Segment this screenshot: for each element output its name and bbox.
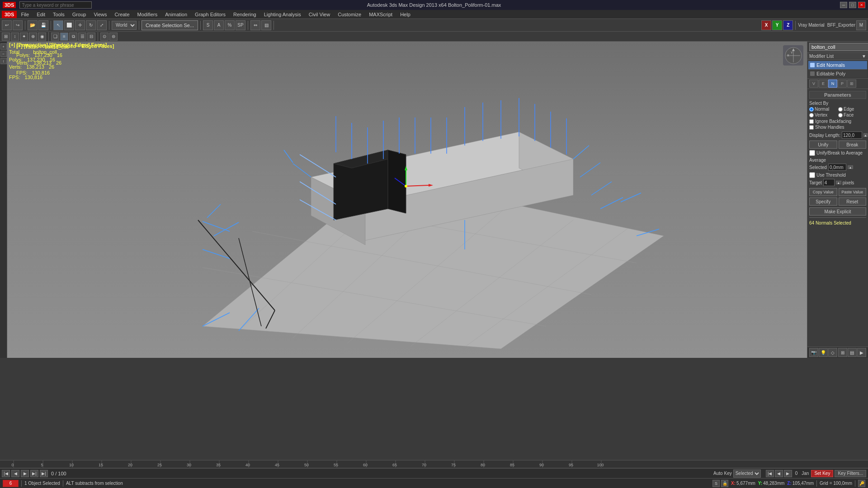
- menu-lighting[interactable]: Lighting Analysis: [260, 11, 305, 18]
- sub-icon-edge[interactable]: E: [819, 80, 828, 88]
- rp-icon-shape[interactable]: ◇: [828, 348, 837, 357]
- tb2-btn8[interactable]: ⧉: [69, 33, 77, 41]
- menu-file[interactable]: File: [17, 11, 33, 18]
- left-tool-2[interactable]: −: [0, 51, 7, 57]
- rp-icon-hierarchy[interactable]: ▤: [848, 348, 857, 357]
- radio-edge[interactable]: Edge: [838, 107, 866, 112]
- play-button[interactable]: ▶: [21, 470, 29, 477]
- modifier-editable-poly[interactable]: Editable Poly: [808, 69, 867, 77]
- break-button[interactable]: Break: [839, 141, 867, 149]
- close-button[interactable]: ✕: [858, 2, 865, 8]
- menu-help[interactable]: Help: [396, 11, 414, 18]
- menu-rendering[interactable]: Rendering: [230, 11, 260, 18]
- spinner-snap[interactable]: SP: [236, 20, 245, 30]
- tb2-view1[interactable]: ⊙: [100, 33, 108, 41]
- target-up[interactable]: ▲: [836, 181, 841, 184]
- view-cube[interactable]: Y X: [783, 45, 803, 66]
- rp-icon-motion[interactable]: ▶: [857, 348, 866, 357]
- tb2-btn3[interactable]: ✦: [20, 33, 28, 41]
- menu-create[interactable]: Create: [111, 11, 133, 18]
- save-button[interactable]: 💾: [38, 20, 48, 30]
- snap-toggle[interactable]: S: [203, 20, 213, 30]
- material-icon[interactable]: M: [856, 20, 866, 30]
- snap-icon[interactable]: S: [712, 480, 720, 487]
- rp-icon-light[interactable]: 💡: [819, 348, 828, 357]
- menu-edit[interactable]: Edit: [33, 11, 49, 18]
- menu-maxscript[interactable]: MAXScript: [365, 11, 396, 18]
- x-axis-btn[interactable]: X: [761, 20, 771, 30]
- radio-vertex[interactable]: Vertex: [809, 113, 837, 117]
- tb2-btn2[interactable]: ↕: [11, 33, 19, 41]
- selected-value-input[interactable]: [828, 164, 846, 171]
- display-length-input[interactable]: [842, 131, 862, 139]
- minimize-button[interactable]: ─: [840, 2, 847, 8]
- set-key-button[interactable]: Set Key: [811, 470, 833, 477]
- make-explicit-button[interactable]: Make Explicit: [809, 207, 866, 216]
- key-icon[interactable]: 🔑: [858, 480, 865, 487]
- time-control-1[interactable]: |◀: [766, 470, 774, 477]
- tb2-view2[interactable]: ⊜: [109, 33, 118, 41]
- left-tool-1[interactable]: +: [0, 43, 7, 50]
- menu-animation[interactable]: Animation: [161, 11, 191, 18]
- target-input[interactable]: [823, 179, 835, 186]
- mirror-button[interactable]: ⇔: [250, 20, 260, 30]
- radio-face[interactable]: Face: [838, 113, 866, 117]
- tb2-btn6[interactable]: ❏: [51, 33, 59, 41]
- tb2-btn9[interactable]: ☰: [78, 33, 86, 41]
- rotate-button[interactable]: ↻: [86, 20, 96, 30]
- z-axis-btn[interactable]: Z: [783, 20, 793, 30]
- radio-normal[interactable]: Normal: [809, 107, 837, 112]
- align-button[interactable]: ▤: [261, 20, 271, 30]
- sub-icon-polygon[interactable]: P: [838, 80, 847, 88]
- menu-tools[interactable]: Tools: [49, 11, 68, 18]
- next-frame-button[interactable]: ▶|: [30, 470, 38, 477]
- menu-civil-view[interactable]: Civil View: [305, 11, 334, 18]
- checkbox-use-threshold[interactable]: Use Threshold: [809, 172, 866, 178]
- selected-up[interactable]: ▲: [848, 165, 853, 169]
- tb2-btn1[interactable]: ⊞: [2, 33, 10, 41]
- go-end-button[interactable]: ▶|: [40, 470, 48, 477]
- key-filters-button[interactable]: Key Filters...: [835, 470, 866, 477]
- menu-3ds[interactable]: 3DS: [2, 11, 17, 18]
- checkbox-show-handles[interactable]: Show Handles: [809, 125, 866, 130]
- percent-snap[interactable]: %: [225, 20, 235, 30]
- angle-snap[interactable]: A: [214, 20, 224, 30]
- go-start-button[interactable]: |◀: [2, 470, 10, 477]
- select-region-button[interactable]: ⬜: [64, 20, 74, 30]
- maximize-button[interactable]: □: [849, 2, 856, 8]
- tb2-btn10[interactable]: ⊟: [87, 33, 95, 41]
- paste-value-button[interactable]: Paste Value: [839, 188, 867, 196]
- checkbox-unify-break-avg[interactable]: Unify/Break to Average: [809, 150, 866, 156]
- create-selection-button[interactable]: Create Selection Se...: [142, 20, 198, 30]
- menu-modifiers[interactable]: Modifiers: [134, 11, 161, 18]
- selected-dropdown[interactable]: Selected: [733, 469, 761, 478]
- y-axis-btn[interactable]: Y: [772, 20, 782, 30]
- sub-icon-element[interactable]: ⊞: [847, 80, 856, 88]
- time-control-3[interactable]: ▶: [784, 470, 792, 477]
- reference-coord-dropdown[interactable]: World: [112, 21, 137, 30]
- menu-group[interactable]: Group: [69, 11, 90, 18]
- modifier-list-header[interactable]: Modifier List ▼: [807, 53, 868, 60]
- select-button[interactable]: ↖: [53, 20, 63, 30]
- search-input[interactable]: [19, 1, 92, 9]
- rp-icon-cam[interactable]: 📷: [809, 348, 818, 357]
- object-name-input[interactable]: [809, 43, 868, 51]
- open-button[interactable]: 📂: [28, 20, 38, 30]
- sub-icon-face[interactable]: N: [828, 80, 837, 88]
- reset-button[interactable]: Reset: [839, 197, 867, 206]
- scale-button[interactable]: ⤢: [97, 20, 107, 30]
- sub-icon-vertex[interactable]: V: [809, 80, 818, 88]
- tb2-btn4[interactable]: ⊕: [29, 33, 37, 41]
- modifier-edit-normals[interactable]: Edit Normals: [808, 61, 867, 69]
- menu-graph-editors[interactable]: Graph Editors: [191, 11, 229, 18]
- menu-views[interactable]: Views: [90, 11, 110, 18]
- specify-button[interactable]: Specify: [809, 197, 837, 206]
- time-control-2[interactable]: ◀: [775, 470, 783, 477]
- checkbox-ignore-backfacing[interactable]: Ignore Backfacing: [809, 119, 866, 124]
- lock-icon[interactable]: 🔒: [721, 480, 728, 487]
- left-tool-3[interactable]: ↕: [0, 58, 7, 64]
- frame-input[interactable]: [3, 480, 19, 487]
- display-length-up[interactable]: ▲: [863, 133, 868, 137]
- redo-button[interactable]: ↪: [13, 20, 23, 30]
- copy-value-button[interactable]: Copy Value: [809, 188, 837, 196]
